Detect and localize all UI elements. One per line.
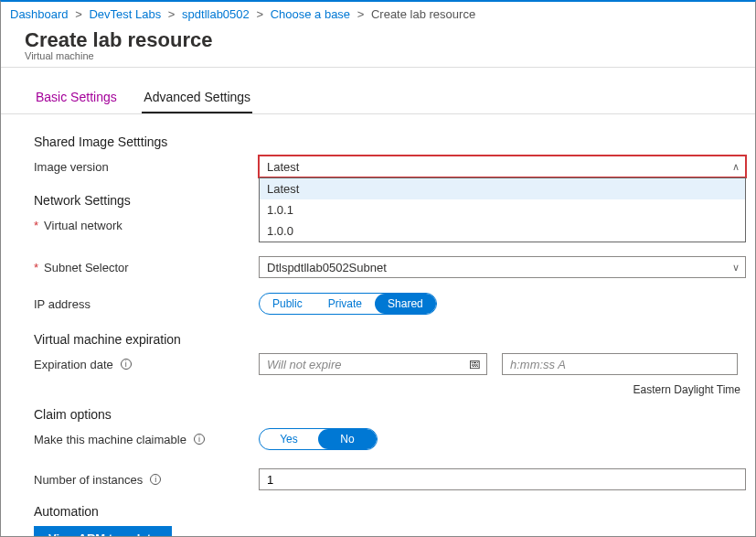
label-expiration-date: Expiration date i — [34, 358, 259, 371]
page-title: Create lab resource — [25, 28, 755, 52]
image-version-option[interactable]: Latest — [260, 178, 745, 199]
required-icon: * — [34, 219, 38, 232]
chevron-right-icon: > — [256, 7, 263, 21]
subnet-value: Dtlspdtllab0502Subnet — [267, 261, 387, 274]
claimable-yes[interactable]: Yes — [260, 429, 318, 449]
label-virtual-network: * Virtual network — [34, 219, 259, 232]
image-version-dropdown: Latest 1.0.1 1.0.0 — [259, 177, 746, 242]
tab-advanced-settings[interactable]: Advanced Settings — [142, 84, 252, 113]
info-icon[interactable]: i — [194, 434, 205, 445]
required-icon: * — [34, 261, 38, 274]
claimable-no[interactable]: No — [318, 429, 377, 449]
section-automation: Automation — [34, 504, 746, 519]
crumb-devtestlabs[interactable]: DevTest Labs — [89, 7, 161, 21]
image-version-option[interactable]: 1.0.1 — [260, 199, 745, 220]
chevron-right-icon: > — [168, 7, 176, 21]
crumb-dashboard[interactable]: Dashboard — [10, 7, 69, 21]
calendar-icon[interactable]: 📅︎ — [468, 357, 481, 371]
ip-address-toggle: Public Private Shared — [259, 293, 437, 315]
crumb-current: Create lab resource — [371, 7, 475, 21]
num-instances-input[interactable] — [259, 468, 746, 490]
chevron-right-icon: > — [357, 7, 365, 21]
image-version-option[interactable]: 1.0.0 — [260, 220, 745, 242]
expiration-time-input[interactable]: h:mm:ss A — [502, 353, 738, 375]
info-icon[interactable]: i — [150, 474, 161, 485]
timezone-note: Eastern Daylight Time — [34, 380, 746, 396]
section-shared-image: Shared Image Setttings — [34, 134, 746, 149]
tabs: Basic Settings Advanced Settings — [1, 68, 755, 113]
label-num-instances: Number of instances i — [34, 473, 259, 487]
chevron-right-icon: > — [75, 7, 82, 21]
tab-basic-settings[interactable]: Basic Settings — [34, 84, 119, 112]
crumb-choosebase[interactable]: Choose a base — [271, 7, 350, 21]
label-image-version: Image version — [34, 160, 259, 174]
crumb-labname[interactable]: spdtllab0502 — [182, 7, 250, 21]
label-claimable: Make this machine claimable i — [34, 433, 259, 446]
label-ip-address: IP address — [34, 297, 259, 311]
section-claim-options: Claim options — [34, 407, 746, 422]
chevron-down-icon: ∨ — [732, 262, 740, 274]
label-subnet-selector: * Subnet Selector — [34, 261, 259, 274]
info-icon[interactable]: i — [121, 359, 132, 370]
chevron-up-icon: ∧ — [732, 161, 740, 173]
image-version-value: Latest — [267, 160, 299, 174]
ip-shared-option[interactable]: Shared — [375, 294, 436, 314]
ip-public-option[interactable]: Public — [260, 294, 315, 314]
ip-private-option[interactable]: Private — [315, 294, 375, 314]
page-header: Create lab resource Virtual machine — [1, 28, 755, 67]
view-arm-template-button[interactable]: View ARM template — [34, 526, 172, 537]
image-version-select[interactable]: Latest ∧ — [259, 156, 746, 177]
claimable-toggle: Yes No — [259, 428, 378, 450]
expiration-date-placeholder: Will not expire — [267, 358, 342, 371]
subnet-select[interactable]: Dtlspdtllab0502Subnet ∨ — [259, 256, 746, 278]
expiration-date-input[interactable]: Will not expire 📅︎ — [259, 353, 487, 375]
section-vm-expiration: Virtual machine expiration — [34, 332, 746, 347]
expiration-time-placeholder: h:mm:ss A — [510, 358, 566, 371]
